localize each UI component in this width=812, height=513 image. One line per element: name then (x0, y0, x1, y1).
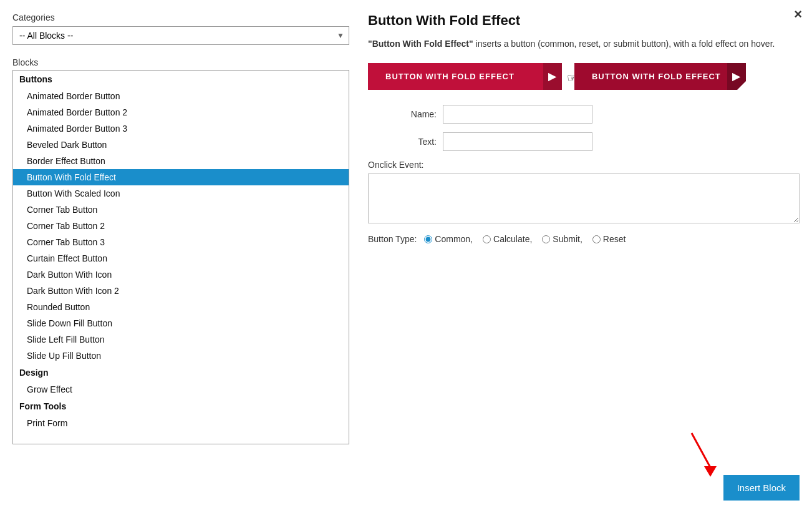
radio-common-label: Common, (435, 234, 473, 244)
bottom-row: Insert Block (0, 469, 812, 513)
list-item[interactable]: Grow Effect (13, 381, 349, 398)
svg-line-0 (692, 433, 710, 467)
description-rest: inserts a button (common, reset, or subm… (473, 39, 775, 49)
name-input[interactable] (443, 105, 592, 124)
text-input[interactable] (443, 132, 592, 151)
list-item[interactable]: Slide Left Fill Button (13, 331, 349, 348)
radio-common-input[interactable] (424, 235, 432, 243)
list-item[interactable]: Dark Button With Icon 2 (13, 283, 349, 299)
button-type-row: Button Type: Common, Calculate, Subm (368, 234, 800, 244)
list-item[interactable]: Rounded Button (13, 299, 349, 315)
list-item[interactable]: Corner Tab Button (13, 202, 349, 218)
button-type-label: Button Type: (368, 234, 417, 244)
radio-submit-label: Submit, (553, 234, 582, 244)
onclick-label: Onclick Event: (368, 160, 800, 170)
arrow-indicator (685, 430, 720, 479)
group-header-design: Design (13, 364, 349, 381)
onclick-textarea[interactable] (368, 173, 800, 223)
categories-select-wrap: -- All Blocks -- ▼ (12, 26, 349, 45)
name-row: Name: (368, 105, 800, 124)
blocks-list[interactable]: Buttons Animated Border Button Animated … (12, 70, 349, 444)
arrow-icon (685, 430, 720, 477)
blocks-label: Blocks (12, 57, 349, 67)
left-panel: Categories -- All Blocks -- ▼ Blocks But… (12, 12, 349, 469)
radio-calculate[interactable]: Calculate, (483, 234, 532, 244)
radio-calculate-label: Calculate, (493, 234, 532, 244)
list-item[interactable]: Print Form (13, 415, 349, 431)
group-header-buttons: Buttons (13, 71, 349, 88)
radio-reset-label: Reset (603, 234, 626, 244)
list-item[interactable]: Animated Border Button 2 (13, 104, 349, 120)
categories-label: Categories (12, 12, 349, 22)
preview-button-2[interactable]: BUTTON WITH FOLD EFFECT ▶ (574, 63, 746, 90)
fold-tab-1-icon: ▶ (543, 63, 562, 90)
preview-buttons: BUTTON WITH FOLD EFFECT ▶ ☞ BUTTON WITH … (368, 63, 800, 90)
radio-reset[interactable]: Reset (592, 234, 626, 244)
panel-description: "Button With Fold Effect" inserts a butt… (368, 37, 800, 51)
name-label: Name: (368, 109, 437, 119)
insert-block-button[interactable]: Insert Block (723, 475, 800, 501)
preview-button-2-wrap: ☞ BUTTON WITH FOLD EFFECT ▶ (574, 63, 746, 90)
text-label: Text: (368, 137, 437, 147)
list-item[interactable]: Animated Border Button 3 (13, 120, 349, 137)
list-item[interactable]: Curtain Effect Button (13, 250, 349, 266)
list-item[interactable]: Corner Tab Button 2 (13, 218, 349, 234)
onclick-row: Onclick Event: (368, 160, 800, 234)
list-item[interactable]: Corner Tab Button 3 (13, 234, 349, 250)
radio-calculate-input[interactable] (483, 235, 491, 243)
modal-overlay: × Categories -- All Blocks -- ▼ Blocks B… (0, 0, 812, 513)
close-button[interactable]: × (794, 7, 802, 21)
list-item[interactable]: Slide Down Fill Button (13, 315, 349, 331)
list-item[interactable]: Dark Button With Icon (13, 266, 349, 283)
list-item-selected[interactable]: Button With Fold Effect (13, 169, 349, 185)
radio-reset-input[interactable] (592, 235, 601, 243)
list-item[interactable]: Border Effect Button (13, 153, 349, 169)
preview-button-1-label: BUTTON WITH FOLD EFFECT (385, 72, 537, 81)
radio-common[interactable]: Common, (424, 234, 473, 244)
list-item[interactable]: Slide Up Fill Button (13, 348, 349, 364)
right-panel: Button With Fold Effect "Button With Fol… (362, 12, 800, 469)
radio-submit-input[interactable] (542, 235, 550, 243)
radio-group: Common, Calculate, Submit, Reset (424, 234, 626, 244)
description-bold: "Button With Fold Effect" (368, 39, 473, 49)
modal-body: Categories -- All Blocks -- ▼ Blocks But… (0, 0, 812, 469)
text-row: Text: (368, 132, 800, 151)
group-header-form-tools: Form Tools (13, 398, 349, 415)
preview-button-2-label: BUTTON WITH FOLD EFFECT (592, 72, 721, 81)
preview-button-1[interactable]: BUTTON WITH FOLD EFFECT ▶ (368, 63, 562, 90)
radio-submit[interactable]: Submit, (542, 234, 582, 244)
list-item[interactable]: Animated Border Button (13, 88, 349, 104)
modal: × Categories -- All Blocks -- ▼ Blocks B… (0, 0, 812, 513)
list-item[interactable]: Button With Scaled Icon (13, 185, 349, 202)
panel-title: Button With Fold Effect (368, 12, 800, 29)
list-item[interactable]: Beveled Dark Button (13, 137, 349, 153)
categories-select[interactable]: -- All Blocks -- (12, 26, 349, 45)
corner-fold-icon (737, 81, 746, 90)
svg-marker-1 (704, 466, 717, 477)
